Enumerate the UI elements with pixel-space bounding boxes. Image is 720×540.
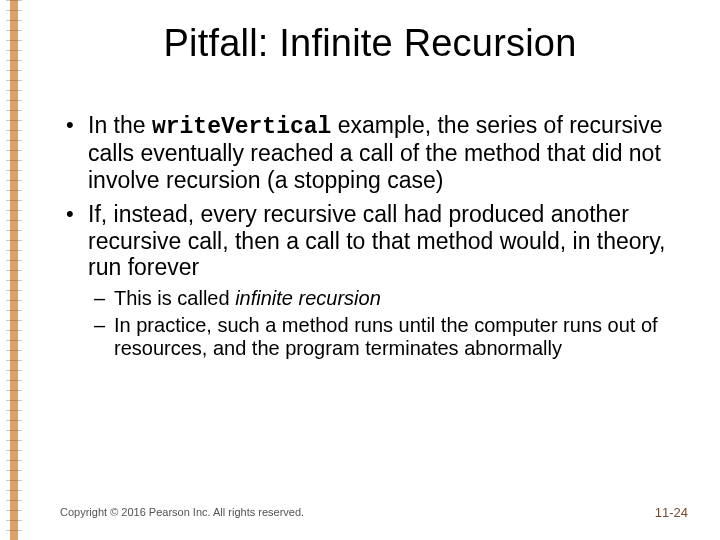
bullet-list: In the writeVertical example, the series… [60,112,678,360]
stripe-hatch [6,0,22,540]
bullet-2: If, instead, every recursive call had pr… [60,201,678,359]
code-writevertical: writeVertical [152,114,331,140]
sub-bullet-2: In practice, such a method runs until th… [88,314,678,360]
bullet-1: In the writeVertical example, the series… [60,112,678,193]
slide-body: In the writeVertical example, the series… [60,112,678,368]
sub-bullet-1: This is called infinite recursion [88,287,678,310]
slide-title: Pitfall: Infinite Recursion [60,22,680,65]
copyright-text: Copyright © 2016 Pearson Inc. All rights… [60,506,304,518]
sub-bullet-2-text: In practice, such a method runs until th… [114,314,658,359]
slide: Pitfall: Infinite Recursion In the write… [0,0,720,540]
stripe-bar [10,0,18,540]
sub-bullet-1-pre: This is called [114,287,235,309]
sub-bullet-1-em: infinite recursion [235,287,381,309]
bullet-1-text-pre: In the [88,112,152,138]
sub-bullet-list: This is called infinite recursion In pra… [88,287,678,360]
bullet-2-text: If, instead, every recursive call had pr… [88,201,665,280]
page-number: 11-24 [655,505,688,520]
left-decoration [0,0,26,540]
